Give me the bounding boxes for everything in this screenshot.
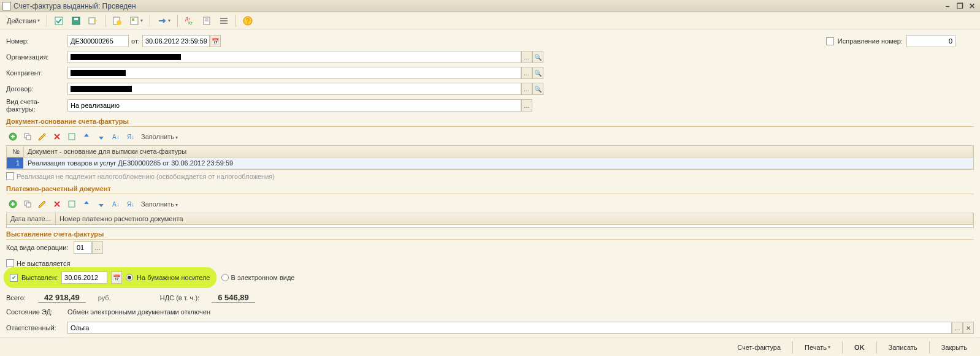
- close-window-button[interactable]: ✕: [967, 1, 978, 11]
- basis-table: № Документ - основание для выписки счета…: [6, 145, 974, 170]
- refresh-button[interactable]: [65, 131, 78, 143]
- sort-asc-button[interactable]: A↓: [109, 131, 123, 143]
- correction-number-input[interactable]: [906, 35, 955, 47]
- restore-button[interactable]: ❐: [954, 1, 965, 11]
- p-fill-button[interactable]: Заполнить: [139, 200, 180, 208]
- contract-input[interactable]: [67, 83, 521, 95]
- correction-label: Исправление номер:: [838, 37, 903, 45]
- totals-row: Всего: 42 918,49 руб. НДС (в т. ч.): 6 5…: [6, 288, 974, 305]
- goto-button[interactable]: [154, 14, 174, 28]
- op-code-input[interactable]: [74, 241, 92, 254]
- fill-button[interactable]: Заполнить: [139, 133, 180, 140]
- list-button[interactable]: [216, 14, 232, 28]
- issued-date-input[interactable]: [61, 271, 107, 284]
- op-code-label: Код вида операции:: [6, 244, 74, 251]
- responsible-select-icon[interactable]: …: [952, 322, 963, 334]
- copy-row-button[interactable]: [21, 131, 34, 143]
- counterparty-input[interactable]: [67, 67, 521, 79]
- issued-calendar-icon[interactable]: 📅: [111, 271, 122, 284]
- issue-section-title: Выставление счета-фактуры: [6, 228, 974, 240]
- tax-free-label: Реализация не подлежит налогообложению (…: [17, 173, 275, 180]
- electronic-radio[interactable]: [221, 274, 229, 281]
- ok-button[interactable]: OK: [848, 341, 871, 354]
- contract-search-icon[interactable]: 🔍: [532, 83, 543, 95]
- move-up-button[interactable]: [80, 131, 93, 143]
- svg-rect-14: [220, 20, 228, 21]
- payment-col-num: Номер платежно расчетного документа: [56, 213, 973, 224]
- save-toolbar-button[interactable]: [68, 14, 84, 28]
- total-value: 42 918,49: [38, 293, 86, 303]
- minimize-button[interactable]: –: [942, 1, 953, 11]
- p-copy-row-button[interactable]: [21, 198, 34, 210]
- p-refresh-button[interactable]: [65, 198, 78, 210]
- edi-state-value: Обмен электронными документами отключен: [67, 308, 210, 316]
- calendar-icon[interactable]: 📅: [210, 35, 221, 47]
- invoice-type-select-icon[interactable]: …: [521, 99, 532, 112]
- basis-section-title: Документ-основание счета-фактуры: [6, 115, 974, 127]
- move-down-button[interactable]: [94, 131, 108, 143]
- org-input[interactable]: [67, 51, 521, 63]
- p-move-down-button[interactable]: [94, 198, 108, 210]
- invoice-type-row: Вид счета-фактуры: …: [6, 98, 974, 113]
- svg-rect-2: [74, 18, 78, 20]
- print-button[interactable]: Печать: [798, 341, 837, 354]
- p-sort-desc-button[interactable]: Я↓: [124, 198, 137, 210]
- svg-text:A↓: A↓: [112, 201, 120, 208]
- issued-checkbox[interactable]: [10, 274, 18, 282]
- payment-table: Дата плате... Номер платежно расчетного …: [6, 213, 974, 228]
- date-input[interactable]: [142, 35, 210, 47]
- sort-desc-button[interactable]: Я↓: [124, 131, 137, 143]
- org-select-icon[interactable]: …: [521, 51, 532, 63]
- table-row[interactable]: 1 Реализация товаров и услуг ДЕ300000285…: [7, 157, 973, 169]
- dt-kt-button[interactable]: ДтКт: [182, 14, 197, 28]
- org-row: Организация: … 🔍: [6, 50, 974, 64]
- report-button[interactable]: [199, 14, 215, 28]
- edit-row-button[interactable]: [36, 131, 49, 143]
- responsible-clear-icon[interactable]: ✕: [963, 322, 974, 334]
- svg-rect-15: [220, 23, 228, 24]
- vat-label: НДС (в т. ч.):: [160, 294, 199, 301]
- correction-checkbox[interactable]: [826, 37, 834, 45]
- create-based-on-button[interactable]: [109, 14, 125, 28]
- svg-text:Кт: Кт: [188, 21, 193, 25]
- not-issued-label: Не выставляется: [17, 260, 71, 267]
- p-sort-asc-button[interactable]: A↓: [109, 198, 123, 210]
- payment-col-date: Дата плате...: [7, 213, 56, 224]
- svg-rect-20: [26, 135, 31, 140]
- p-delete-row-button[interactable]: [50, 198, 64, 210]
- org-label: Организация:: [6, 53, 67, 61]
- contract-label: Договор:: [6, 85, 67, 93]
- add-row-button[interactable]: [6, 131, 20, 143]
- p-add-row-button[interactable]: [6, 198, 20, 210]
- close-button[interactable]: Закрыть: [935, 341, 974, 354]
- svg-rect-13: [220, 18, 228, 19]
- form-area: Номер: от: 📅 Исправление номер: Организа…: [0, 29, 980, 338]
- basis-col-n: №: [7, 146, 24, 157]
- contract-select-icon[interactable]: …: [521, 83, 532, 95]
- p-move-up-button[interactable]: [80, 198, 93, 210]
- responsible-input[interactable]: [67, 322, 952, 334]
- svg-point-5: [117, 20, 121, 25]
- op-code-select-icon[interactable]: …: [92, 241, 103, 254]
- counterparty-select-icon[interactable]: …: [521, 67, 532, 79]
- delete-row-button[interactable]: [50, 131, 64, 143]
- post-and-close-button[interactable]: [85, 14, 101, 28]
- not-issued-checkbox[interactable]: [6, 259, 14, 267]
- post-button[interactable]: [51, 14, 67, 28]
- number-input[interactable]: [67, 35, 129, 47]
- invoice-type-input[interactable]: [67, 99, 521, 112]
- actions-menu[interactable]: Действия: [4, 15, 43, 26]
- number-row: Номер: от: 📅 Исправление номер:: [6, 34, 974, 48]
- invoice-print-button[interactable]: Счет-фактура: [730, 341, 787, 354]
- org-search-icon[interactable]: 🔍: [532, 51, 543, 63]
- issued-highlight: Выставлен: 📅 На бумажном носителе: [6, 270, 214, 286]
- svg-rect-0: [55, 17, 63, 25]
- tax-free-checkbox[interactable]: [6, 172, 14, 180]
- help-button[interactable]: ?: [240, 14, 256, 28]
- paper-radio[interactable]: [126, 274, 133, 281]
- counterparty-search-icon[interactable]: 🔍: [532, 67, 543, 79]
- structure-button[interactable]: [126, 14, 146, 28]
- main-toolbar: Действия ДтКт ?: [0, 12, 980, 29]
- save-button[interactable]: Записать: [882, 341, 924, 354]
- p-edit-row-button[interactable]: [36, 198, 49, 210]
